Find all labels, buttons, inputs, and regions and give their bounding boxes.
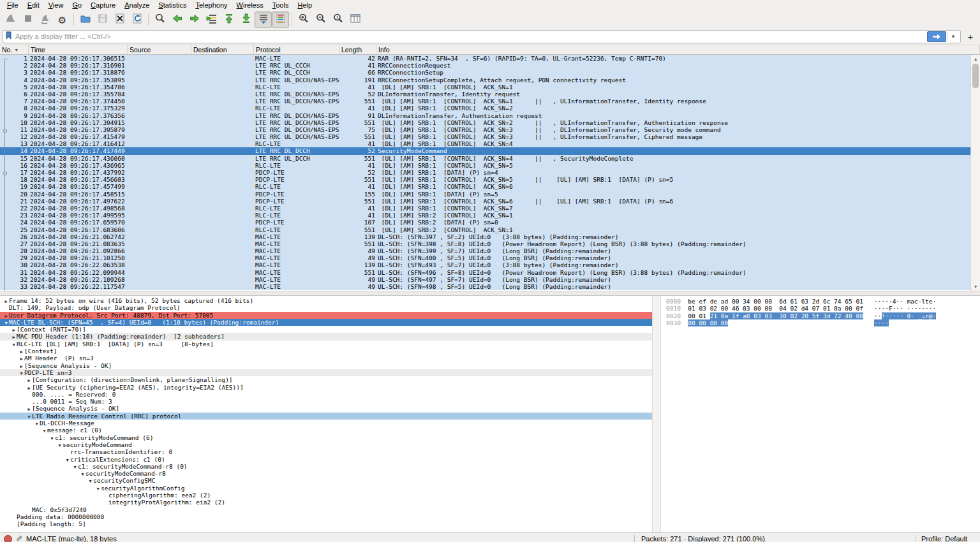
column-header-no[interactable]: No.▼ <box>0 45 29 54</box>
detail-row[interactable]: cipheringAlgorithm: eea2 (2) <box>0 492 652 499</box>
expander-closed-icon[interactable]: ▶ <box>19 363 24 369</box>
menu-edit[interactable]: Edit <box>23 1 44 10</box>
detail-row[interactable]: ▼message: c1 (0) <box>0 427 652 434</box>
packet-row[interactable]: 12024-04-28 09:26:17.306515MAC-LTE42RAR … <box>0 55 980 62</box>
display-filter-input[interactable]: Apply a display filter ... <Ctrl-/> ▼ <box>3 30 961 43</box>
packet-row[interactable]: 222024-04-28 09:26:17.498568RLC-LTE41 [D… <box>0 205 980 212</box>
packet-row[interactable]: 192024-04-28 09:26:17.457499RLC-LTE41 [D… <box>0 183 980 190</box>
packet-row[interactable]: 272024-04-28 09:26:21.083635MAC-LTE551UL… <box>0 240 980 247</box>
scrollbar-thumb[interactable] <box>972 64 979 88</box>
hex-row[interactable]: 0010 01 03 02 00 46 03 00 00 04 02 d4 07… <box>666 305 980 312</box>
detail-row[interactable]: ▼securityAlgorithmConfig <box>0 485 652 492</box>
expander-closed-icon[interactable]: ▶ <box>3 298 9 304</box>
detail-row[interactable]: ▶[Context (RNTI=70)] <box>0 326 652 333</box>
expander-closed-icon[interactable]: ▶ <box>19 356 24 362</box>
packet-row[interactable]: 22024-04-28 09:26:17.316901LTE RRC UL_CC… <box>0 62 980 69</box>
go-top-button[interactable] <box>220 11 237 28</box>
go-forward-button[interactable] <box>186 11 203 28</box>
packet-row[interactable]: 282024-04-28 09:26:21.092866MAC-LTE49UL-… <box>0 247 980 254</box>
expander-closed-icon[interactable]: ▶ <box>26 377 32 383</box>
packet-row[interactable]: 92024-04-28 09:26:17.376356LTE RRC DL_DC… <box>0 112 980 119</box>
packet-list-scrollbar[interactable]: ▲ ▼ <box>970 55 980 291</box>
expander-open-icon[interactable]: ▼ <box>57 443 63 448</box>
packet-row[interactable]: 32024-04-28 09:26:17.318876LTE RRC DL_CC… <box>0 69 980 76</box>
expander-open-icon[interactable]: ▼ <box>72 464 78 470</box>
column-header-source[interactable]: Source <box>128 45 191 54</box>
expander-closed-icon[interactable]: ▶ <box>19 349 24 355</box>
menu-analyze[interactable]: Analyze <box>120 1 154 10</box>
detail-pane-scrollbar[interactable] <box>652 296 661 532</box>
packet-row[interactable]: 72024-04-28 09:26:17.374450LTE RRC UL_DC… <box>0 98 980 105</box>
detail-row[interactable]: ▼LTE Radio Resource Control (RRC) protoc… <box>0 413 652 420</box>
expander-closed-icon[interactable]: ▶ <box>26 406 32 412</box>
expander-open-icon[interactable]: ▼ <box>80 471 85 477</box>
detail-row[interactable]: ▼RLC-LTE [DL] [AM] SRB:1 [DATA] (P) sn=3… <box>0 341 652 348</box>
packet-row[interactable]: 62024-04-28 09:26:17.355784LTE RRC DL_DC… <box>0 91 980 98</box>
stop-capture-button[interactable] <box>19 11 36 28</box>
packet-row[interactable]: 152024-04-28 09:26:17.436060LTE RRC UL_D… <box>0 155 980 162</box>
detail-row[interactable]: ▶[Sequence Analysis - OK] <box>0 362 652 369</box>
menu-go[interactable]: Go <box>68 1 86 10</box>
go-back-button[interactable] <box>168 11 186 28</box>
expander-closed-icon[interactable]: ▶ <box>11 327 17 333</box>
expander-open-icon[interactable]: ▼ <box>26 414 32 420</box>
packet-row[interactable]: 202024-04-28 09:26:17.458515PDCP-LTE155 … <box>0 191 980 198</box>
detail-row[interactable]: ▶[Configuration: (direction=Downlink, pl… <box>0 376 652 383</box>
detail-row[interactable]: integrityProtAlgorithm: eia2 (2) <box>0 499 652 506</box>
detail-row[interactable]: ▼securityModeCommand <box>0 441 652 448</box>
menu-tools[interactable]: Tools <box>268 1 293 10</box>
open-file-button[interactable] <box>77 11 94 28</box>
detail-row[interactable]: ▶[UE Security (ciphering=EEA2 (AES), int… <box>0 384 652 391</box>
detail-row[interactable]: ▶[Sequence Analysis - OK] <box>0 405 652 412</box>
expander-open-icon[interactable]: ▼ <box>95 486 101 492</box>
column-header-length[interactable]: Length <box>339 45 376 54</box>
restart-capture-button[interactable] <box>36 11 54 28</box>
detail-row[interactable]: rrc-TransactionIdentifier: 0 <box>0 448 652 455</box>
packet-row[interactable]: 252024-04-28 09:26:17.683606RLC-LTE551 [… <box>0 226 980 233</box>
packet-row[interactable]: 142024-04-28 09:26:17.417449LTE RRC DL_D… <box>0 147 980 154</box>
detail-row[interactable]: ▼securityConfigSMC <box>0 477 652 484</box>
detail-row[interactable]: ▶MAC PDU Header (1:10) (Padding:remainde… <box>0 333 652 340</box>
packet-row[interactable]: 262024-04-28 09:26:21.062742MAC-LTE139DL… <box>0 233 980 240</box>
detail-row[interactable]: ▼c1: securityModeCommand-r8 (0) <box>0 463 652 470</box>
pane-splitter[interactable] <box>0 291 980 296</box>
menu-file[interactable]: File <box>3 1 23 10</box>
expert-info-icon[interactable] <box>4 535 12 542</box>
column-header-info[interactable]: Info <box>376 45 980 54</box>
packet-row[interactable]: 112024-04-28 09:26:17.395879LTE RRC DL_D… <box>0 126 980 133</box>
packet-row[interactable]: 42024-04-28 09:26:17.353895LTE RRC UL_DC… <box>0 77 980 84</box>
go-to-packet-button[interactable] <box>203 11 220 28</box>
detail-row[interactable]: 000. .... = Reserved: 0 <box>0 391 652 398</box>
capture-options-button[interactable]: ⚙ <box>54 11 71 28</box>
find-packet-button[interactable] <box>151 11 168 28</box>
detail-row[interactable]: ▼DL-DCCH-Message <box>0 420 652 427</box>
menu-help[interactable]: Help <box>293 1 316 10</box>
detail-row[interactable]: ...0 0011 = Seq Num: 3 <box>0 398 652 405</box>
packet-row[interactable]: 292024-04-28 09:26:21.101250MAC-LTE49UL-… <box>0 254 980 261</box>
apply-filter-button[interactable] <box>927 31 946 42</box>
expander-closed-icon[interactable]: ▶ <box>26 385 32 391</box>
start-capture-button[interactable] <box>2 11 19 28</box>
packet-row[interactable]: 162024-04-28 09:26:17.436965RLC-LTE41 [D… <box>0 162 980 169</box>
column-header-destination[interactable]: Destination <box>191 45 254 54</box>
menu-capture[interactable]: Capture <box>86 1 120 10</box>
scroll-down-icon[interactable]: ▼ <box>971 282 980 291</box>
detail-row[interactable]: [Padding length: 5] <box>0 520 652 527</box>
packet-row[interactable]: 122024-04-28 09:26:17.415479LTE RRC UL_D… <box>0 133 980 140</box>
detail-row[interactable]: MAC: 0x5f3d7240 <box>0 506 652 513</box>
menu-statistics[interactable]: Statistics <box>154 1 191 10</box>
resize-columns-button[interactable] <box>346 11 364 28</box>
expander-open-icon[interactable]: ▼ <box>49 436 55 441</box>
reload-button[interactable] <box>128 11 145 28</box>
expander-open-icon[interactable]: ▼ <box>11 342 17 348</box>
packet-row[interactable]: 52024-04-28 09:26:17.354786RLC-LTE41 [DL… <box>0 84 980 91</box>
bookmark-icon[interactable] <box>5 31 12 42</box>
packet-row[interactable]: 332024-04-28 09:26:22.117547MAC-LTE49UL-… <box>0 283 980 290</box>
hex-row[interactable]: 0030 00 00 00 00 ···· <box>666 319 980 326</box>
zoom-out-button[interactable] <box>312 11 329 28</box>
hex-row[interactable]: 0000 be ef de ad 00 34 00 00 6d 61 63 2d… <box>666 298 980 305</box>
capture-comment-icon[interactable]: ✎ <box>16 535 22 542</box>
column-header-time[interactable]: Time <box>29 45 128 54</box>
packet-row[interactable]: 82024-04-28 09:26:17.375329RLC-LTE41 [DL… <box>0 105 980 112</box>
detail-row[interactable]: ▶AM Header (P) sn=3 <box>0 355 652 362</box>
